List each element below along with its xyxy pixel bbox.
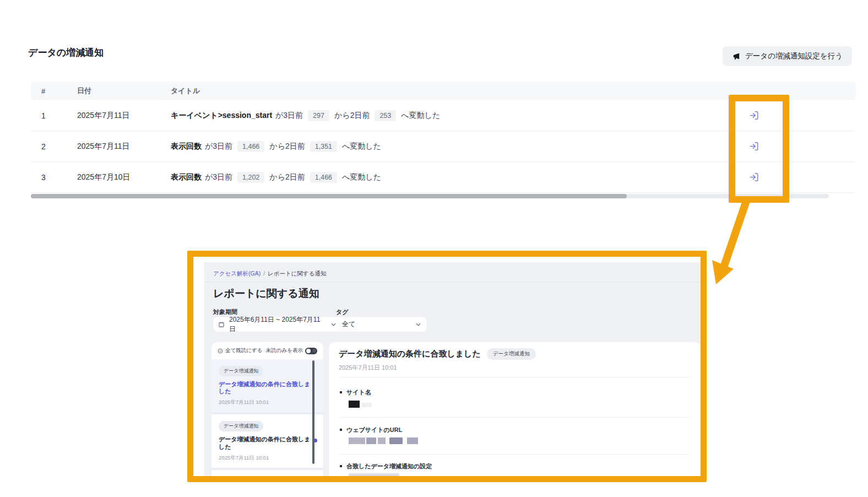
- list-item-title: データ増減通知の条件に合致しました: [219, 381, 316, 395]
- breadcrumb: アクセス解析(GA)/レポートに関する通知: [213, 270, 327, 278]
- row-text: へ変動した: [342, 142, 381, 150]
- redacted-url: [389, 437, 403, 444]
- list-item[interactable]: データ増減通知: [211, 470, 323, 476]
- redacted-url: [407, 437, 418, 444]
- value-badge: 1,202: [237, 172, 264, 183]
- detail-divider: [339, 454, 691, 455]
- mark-all-read-button[interactable]: 全て既読にする: [218, 347, 262, 354]
- list-item-title: データ増減通知の条件に合致しました: [219, 436, 316, 450]
- row-text: から2日前: [334, 111, 370, 120]
- list-item-time: 2025年7月11日 10:01: [219, 399, 316, 412]
- detail-time: 2025年7月11日 10:01: [339, 364, 397, 372]
- unread-only-label: 未読のみを表示: [266, 347, 303, 354]
- detail-section-label: ウェブサイトのURL: [340, 426, 402, 434]
- list-header: 全て既読にする 未読のみを表示: [211, 342, 323, 359]
- row-title: 表示回数 が3日前1,202から2日前1,466へ変動した: [171, 172, 382, 183]
- breadcrumb-current: レポートに関する通知: [268, 270, 326, 277]
- col-header-date: 日付: [77, 86, 91, 96]
- check-circle-icon: [218, 348, 223, 354]
- unread-only-control[interactable]: 未読のみを表示: [266, 347, 317, 354]
- row-title: 表示回数 が3日前1,466から2日前1,351へ変動した: [171, 141, 382, 152]
- redacted-site-name-faint: [362, 403, 372, 407]
- row-date: 2025年7月11日: [77, 111, 129, 121]
- date-range-picker[interactable]: 2025年6月11日 ~ 2025年7月11日: [213, 317, 341, 332]
- detail-screenshot-inset: アクセス解析(GA)/レポートに関する通知 レポートに関する通知 対象期間 20…: [187, 251, 707, 482]
- notification-list: 全て既読にする 未読のみを表示 データ増減通知 データ増減通知の条件に合致しまし…: [211, 342, 323, 476]
- value-badge: 1,466: [310, 172, 337, 183]
- breadcrumb-link-analytics[interactable]: アクセス解析(GA): [213, 270, 261, 277]
- redacted-url: [349, 437, 365, 444]
- value-badge: 1,466: [237, 141, 264, 152]
- detail-divider: [339, 377, 691, 377]
- breadcrumb-divider: [204, 282, 701, 282]
- redacted-site-name: [349, 401, 360, 408]
- row-date: 2025年7月11日: [77, 142, 129, 152]
- screen: データの増減通知 データの増減通知設定を行う # 日付 タイトル 1 2025年…: [0, 0, 868, 497]
- chevron-down-icon: [416, 323, 421, 326]
- date-range-value: 2025年6月11日 ~ 2025年7月11日: [229, 315, 327, 334]
- notification-type-badge: データ増減通知: [219, 366, 263, 376]
- row-number: 1: [41, 111, 46, 120]
- calendar-icon: [218, 321, 225, 328]
- detail-section-label: サイト名: [340, 388, 371, 397]
- scrollbar-thumb[interactable]: [31, 194, 627, 198]
- redacted-url: [366, 437, 376, 444]
- horizontal-scrollbar[interactable]: [31, 194, 829, 198]
- detail-section-label: 合致したデータ増減通知の設定: [340, 462, 432, 471]
- mark-all-read-label: 全て既読にする: [225, 347, 262, 354]
- value-badge: 1,351: [310, 141, 337, 152]
- row-title: キーイベント>session_start が3日前297から2日前253へ変動し…: [171, 110, 441, 121]
- inset-page-title: レポートに関する通知: [213, 287, 319, 301]
- detail-divider: [339, 417, 691, 418]
- row-text: へ変動した: [401, 111, 440, 120]
- list-item[interactable]: データ増減通知 データ増減通知の条件に合致しました 2025年7月11日 10:…: [211, 359, 323, 412]
- row-text: から2日前: [269, 142, 305, 150]
- tag-label: タグ: [336, 308, 349, 316]
- notification-settings-button[interactable]: データの増減通知設定を行う: [723, 46, 852, 66]
- metric-name: 表示回数: [171, 172, 202, 181]
- col-header-num: #: [41, 87, 45, 95]
- notification-detail: データ増減通知の条件に合致しました データ増減通知 2025年7月11日 10:…: [329, 342, 701, 476]
- tag-value: 全て: [342, 320, 355, 329]
- tag-select[interactable]: 全て: [336, 317, 427, 332]
- row-text: から2日前: [269, 172, 305, 181]
- page-title: データの増減通知: [28, 46, 104, 59]
- list-item[interactable]: データ増減通知 データ増減通知の条件に合致しました 2025年7月11日 10:…: [211, 414, 323, 467]
- metric-name: 表示回数: [171, 142, 202, 150]
- inset-page: アクセス解析(GA)/レポートに関する通知 レポートに関する通知 対象期間 20…: [204, 262, 701, 476]
- redacted-url: [378, 437, 386, 444]
- redacted-setting-text: [349, 473, 399, 476]
- row-number: 2: [41, 142, 46, 151]
- metric-name: キーイベント>session_start: [171, 111, 272, 120]
- row-text: が3日前: [205, 172, 232, 181]
- megaphone-icon: [732, 52, 740, 61]
- value-badge: 253: [375, 110, 396, 121]
- unread-only-toggle[interactable]: [305, 348, 317, 354]
- row-date: 2025年7月10日: [77, 172, 131, 182]
- detail-type-badge: データ増減通知: [487, 348, 536, 360]
- value-badge: 297: [308, 110, 329, 121]
- detail-title: データ増減通知の条件に合致しました: [339, 349, 481, 359]
- notification-type-badge: データ増減通知: [219, 421, 263, 431]
- highlight-box: [729, 95, 789, 203]
- row-number: 3: [41, 173, 46, 182]
- col-header-title: タイトル: [171, 86, 200, 96]
- row-text: が3日前: [275, 111, 303, 120]
- breadcrumb-separator: /: [263, 270, 265, 277]
- list-item-time: 2025年7月11日 10:01: [219, 455, 316, 468]
- chevron-down-icon: [331, 323, 336, 326]
- list-scrollbar-thumb[interactable]: [312, 360, 314, 464]
- settings-button-label: データの増減通知設定を行う: [745, 51, 843, 61]
- row-text: が3日前: [205, 142, 232, 150]
- row-text: へ変動した: [342, 172, 381, 181]
